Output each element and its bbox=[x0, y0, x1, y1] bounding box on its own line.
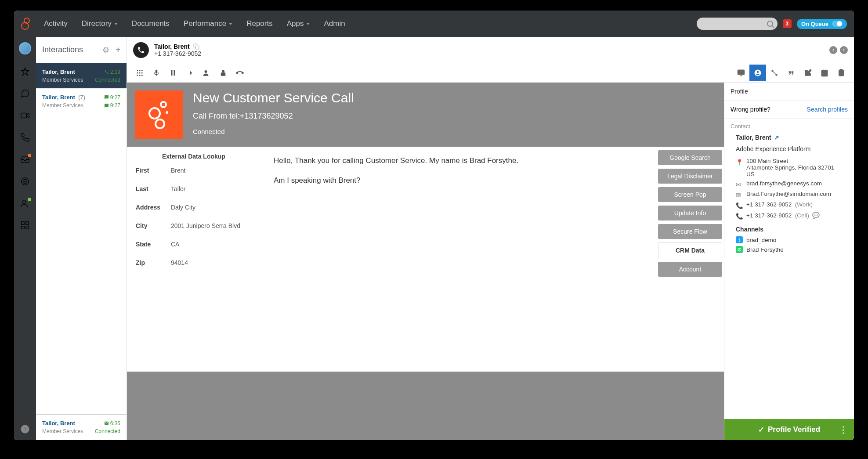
svg-point-14 bbox=[141, 70, 143, 71]
content-body: New Customer Service Call Call From tel:… bbox=[127, 83, 854, 440]
topnav-item[interactable]: Admin bbox=[324, 19, 345, 28]
twitter-icon: t bbox=[736, 236, 743, 243]
queue-toggle[interactable]: On Queue bbox=[797, 19, 847, 29]
search-input[interactable] bbox=[697, 18, 778, 30]
schedule-tab[interactable] bbox=[816, 65, 833, 81]
profile-name-row: Tailor, Brent ↗ bbox=[736, 134, 848, 141]
topbar: ActivityDirectoryDocumentsPerformanceRep… bbox=[14, 11, 854, 37]
add-person-icon[interactable] bbox=[198, 65, 215, 81]
channels-label: Channels bbox=[736, 226, 848, 233]
video-icon[interactable] bbox=[20, 111, 30, 120]
svg-rect-32 bbox=[840, 69, 843, 70]
contact-info: Tailor, Brent +1 317-362-9052 bbox=[154, 43, 201, 57]
channel-row: ✆Brad Forsythe bbox=[736, 246, 848, 253]
interaction-item[interactable]: Tailor, Brent 2:19Member ServicesConnect… bbox=[36, 63, 127, 89]
genesys-logo-icon[interactable] bbox=[21, 18, 32, 29]
clipboard-tab[interactable] bbox=[833, 65, 850, 81]
user-avatar[interactable] bbox=[19, 42, 31, 54]
interaction-name: Tailor, Brent bbox=[42, 420, 75, 426]
script-line: Am I speaking with Brent? bbox=[274, 174, 650, 186]
phone-circle-icon bbox=[133, 42, 149, 58]
profile-header: Profile bbox=[724, 83, 854, 101]
search-profiles-link[interactable]: Search profiles bbox=[807, 106, 848, 113]
svg-rect-21 bbox=[171, 70, 173, 76]
data-lookup: External Data Lookup FirstBrentLastTailo… bbox=[127, 147, 268, 372]
script-line: Hello, Thank you for calling Customer Se… bbox=[274, 155, 650, 166]
target-icon[interactable] bbox=[20, 177, 30, 186]
action-button[interactable]: CRM Data bbox=[658, 242, 722, 258]
topnav-item[interactable]: Documents bbox=[132, 19, 170, 28]
sms-icon[interactable]: 💬 bbox=[812, 212, 820, 219]
help-icon[interactable]: ? bbox=[20, 424, 30, 434]
interaction-item-detached[interactable]: Tailor, Brent 6:36 Member Services Conne… bbox=[36, 415, 127, 440]
phone-icon[interactable] bbox=[20, 133, 30, 142]
banner-subtitle: Call From tel:+13173629052 bbox=[193, 112, 354, 121]
notes-tab[interactable] bbox=[799, 65, 816, 81]
topbar-right: 3 On Queue bbox=[697, 18, 847, 30]
notification-badge[interactable]: 3 bbox=[783, 19, 792, 28]
inbox-icon[interactable] bbox=[20, 155, 30, 164]
banner-logo-icon bbox=[135, 90, 183, 139]
star-icon[interactable] bbox=[20, 67, 30, 76]
svg-point-13 bbox=[139, 70, 141, 71]
svg-rect-5 bbox=[22, 222, 24, 224]
lookup-row: City2001 Junipero Serra Blvd bbox=[136, 222, 261, 229]
contact-name: Tailor, Brent bbox=[154, 43, 190, 50]
topnav-item[interactable]: Directory bbox=[82, 19, 118, 28]
add-icon[interactable]: + bbox=[116, 45, 120, 55]
profile-panel: Profile Wrong profile? Search profiles C… bbox=[724, 83, 854, 440]
svg-point-2 bbox=[23, 179, 27, 183]
toggle-switch-icon[interactable] bbox=[832, 21, 843, 27]
action-button[interactable]: Screen Pop bbox=[658, 187, 722, 202]
prev-button[interactable]: ‹ bbox=[829, 46, 837, 54]
svg-point-23 bbox=[205, 70, 207, 73]
interactions-panel: Interactions ⚙ + Tailor, Brent 2:19Membe… bbox=[36, 37, 127, 440]
external-link-icon[interactable]: ↗ bbox=[774, 134, 779, 141]
hold-icon[interactable] bbox=[165, 65, 181, 81]
action-button[interactable]: Update Info bbox=[658, 206, 722, 220]
svg-point-36 bbox=[156, 119, 164, 128]
svg-point-27 bbox=[757, 71, 759, 73]
phone-row: 📞+1 317-362-9052 (Cell) 💬 bbox=[736, 212, 848, 220]
journey-tab[interactable] bbox=[766, 65, 783, 81]
svg-rect-0 bbox=[21, 113, 27, 118]
quote-tab[interactable] bbox=[783, 65, 799, 81]
apps-icon[interactable] bbox=[20, 220, 30, 230]
svg-rect-6 bbox=[26, 222, 29, 224]
copy-icon[interactable] bbox=[193, 43, 199, 50]
svg-text:?: ? bbox=[23, 426, 27, 433]
topnav-item[interactable]: Apps bbox=[287, 19, 310, 28]
channel-row: tbrad_demo bbox=[736, 236, 848, 243]
contact-phone: +1 317-362-9052 bbox=[154, 50, 201, 57]
profile-tab[interactable] bbox=[749, 65, 766, 81]
svg-point-19 bbox=[139, 74, 141, 76]
topnav-item[interactable]: Performance bbox=[184, 19, 232, 28]
gray-footer bbox=[127, 372, 724, 440]
screen-tab[interactable] bbox=[733, 65, 749, 81]
left-rail: ? bbox=[14, 37, 36, 440]
more-icon[interactable]: ⋮ bbox=[839, 424, 848, 435]
action-button[interactable]: Secure Flow bbox=[658, 224, 722, 239]
add-button[interactable]: + bbox=[840, 46, 848, 54]
topnav-item[interactable]: Activity bbox=[44, 19, 68, 28]
svg-rect-7 bbox=[22, 226, 24, 229]
action-button[interactable]: Google Search bbox=[658, 150, 722, 165]
top-navigation: ActivityDirectoryDocumentsPerformanceRep… bbox=[44, 19, 345, 28]
dialpad-icon[interactable] bbox=[131, 65, 148, 81]
main-layout: ? Interactions ⚙ + Tailor, Brent 2:19Mem… bbox=[14, 37, 854, 440]
hangup-icon[interactable] bbox=[231, 65, 248, 81]
svg-point-18 bbox=[137, 74, 138, 76]
mute-icon[interactable] bbox=[148, 65, 165, 81]
app-window: ActivityDirectoryDocumentsPerformanceRep… bbox=[14, 11, 854, 440]
transfer-icon[interactable] bbox=[181, 65, 198, 81]
chat-icon[interactable] bbox=[20, 89, 30, 98]
agent-icon[interactable] bbox=[20, 199, 30, 208]
center-column: New Customer Service Call Call From tel:… bbox=[127, 83, 724, 440]
topnav-item[interactable]: Reports bbox=[246, 19, 273, 28]
interaction-item[interactable]: Tailor, Brent (7) 9:27Member Services 9:… bbox=[36, 89, 127, 114]
action-button[interactable]: Account bbox=[658, 262, 722, 277]
gear-icon[interactable]: ⚙ bbox=[102, 45, 109, 55]
action-button[interactable]: Legal Disclaimer bbox=[658, 169, 722, 184]
svg-point-20 bbox=[141, 74, 143, 76]
secure-icon[interactable] bbox=[215, 65, 231, 81]
